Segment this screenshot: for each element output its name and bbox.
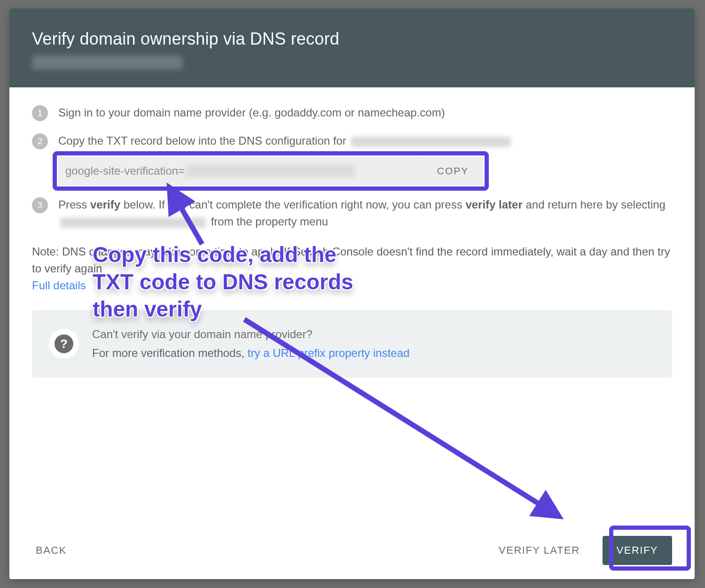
dialog-title: Verify domain ownership via DNS record [32,29,672,49]
annotation-line-2: TXT code to DNS records [93,269,353,294]
txt-record-blurred [186,165,355,177]
annotation-line-3: then verify [93,296,202,322]
verify-later-button[interactable]: VERIFY LATER [495,540,583,561]
annotation-line-1: Copy this code, add the [93,242,337,267]
help-subtext: For more verification methods, try a URL… [92,345,409,362]
txt-record-row: google-site-verification= COPY [58,157,483,185]
dialog-header: Verify domain ownership via DNS record [9,8,695,87]
step-2: 2 Copy the TXT record below into the DNS… [32,132,672,185]
step-1-text: Sign in to your domain name provider (e.… [58,104,672,121]
copy-button[interactable]: COPY [423,157,483,185]
step-3-domain-blurred [60,217,206,228]
step-number: 2 [32,133,48,149]
step-3-text: Press verify below. If you can't complet… [58,196,672,230]
txt-record-prefix: google-site-verification= [65,162,185,179]
step-1: 1 Sign in to your domain name provider (… [32,104,672,121]
step-2-domain-blurred [351,137,511,147]
dialog-footer: BACK VERIFY LATER VERIFY [9,524,695,579]
verify-button[interactable]: VERIFY [603,536,672,565]
help-icon-wrap: ? [49,329,79,359]
step-number: 3 [32,197,48,213]
back-button[interactable]: BACK [32,540,70,561]
question-icon: ? [55,334,73,353]
header-domain-blurred [32,55,182,70]
txt-record-field[interactable]: google-site-verification= [58,157,423,185]
step-2-text: Copy the TXT record below into the DNS c… [58,132,672,149]
help-title: Can't verify via your domain name provid… [92,326,409,343]
step-2-prefix: Copy the TXT record below into the DNS c… [58,134,349,147]
url-prefix-link[interactable]: try a URL prefix property instead [248,347,410,359]
step-3: 3 Press verify below. If you can't compl… [32,196,672,230]
step-number: 1 [32,105,48,121]
